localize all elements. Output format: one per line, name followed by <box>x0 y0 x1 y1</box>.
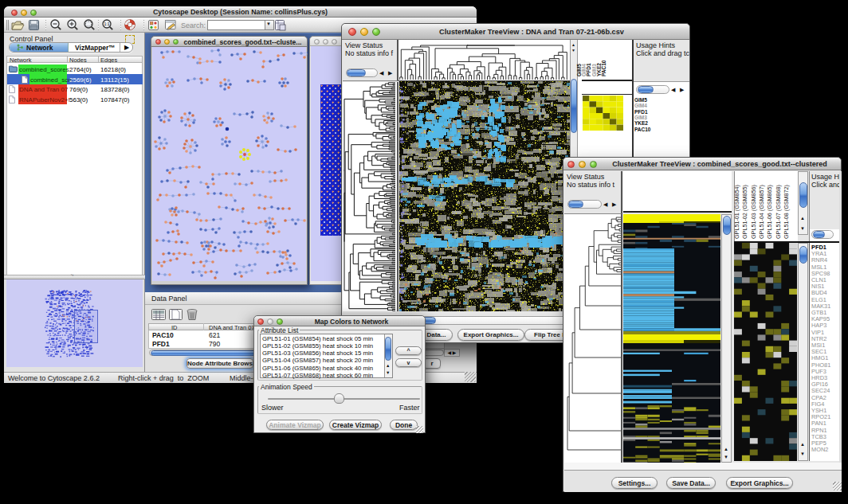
svg-text:1:1: 1:1 <box>104 21 110 26</box>
